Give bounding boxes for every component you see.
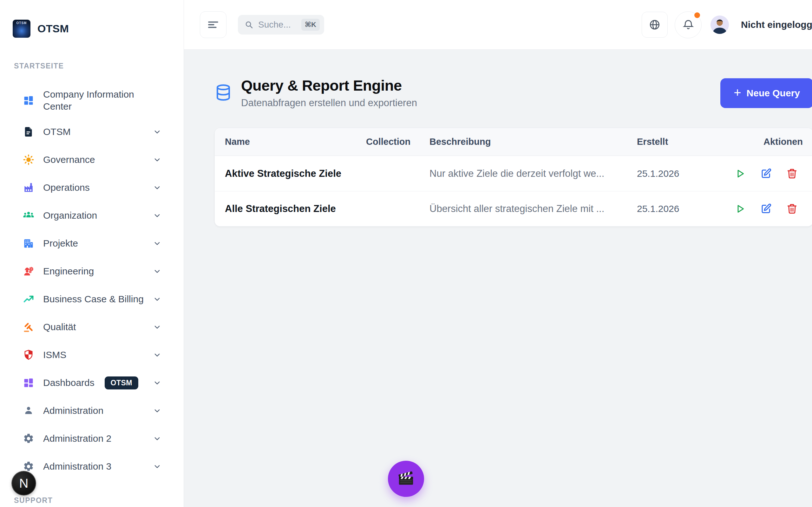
column-header-collection: Collection <box>366 136 429 147</box>
page-subtitle: Datenabfragen erstellen und exportieren <box>241 97 417 109</box>
sidebar-item-label: Business Case & Billing <box>43 293 144 305</box>
chevron-down-icon <box>153 323 161 331</box>
column-header-name: Name <box>225 136 366 147</box>
recorder-fab-button[interactable] <box>388 461 424 497</box>
edit-query-button[interactable] <box>760 203 772 215</box>
queries-table: Name Collection Beschreibung Erstellt Ak… <box>214 128 812 227</box>
engineer-icon <box>23 266 34 277</box>
search-shortcut-kbd: ⌘K <box>301 19 320 31</box>
trash-icon <box>786 203 798 215</box>
chevron-down-icon <box>153 435 161 443</box>
sidebar-toggle-button[interactable] <box>200 11 226 38</box>
building-icon <box>23 238 34 249</box>
sun-icon <box>23 154 34 165</box>
gavel-icon <box>23 321 34 333</box>
delete-query-button[interactable] <box>786 167 798 180</box>
sidebar-item-label: Operations <box>43 181 144 193</box>
play-icon <box>734 168 746 179</box>
chevron-down-icon <box>153 379 161 387</box>
sidebar-item-administration[interactable]: Administration <box>0 397 184 425</box>
content-area: Query & Report Engine Datenabfragen erst… <box>184 50 812 507</box>
sidebar-item-administration-2[interactable]: Administration 2 <box>0 425 184 452</box>
search-icon <box>244 20 254 30</box>
sidebar-item-label: Qualität <box>43 321 144 333</box>
run-query-button[interactable] <box>734 167 746 180</box>
sidebar-section-startseite: STARTSEITE <box>14 62 184 70</box>
sidebar-item-operations[interactable]: Operations <box>0 174 184 202</box>
sidebar-item-business-case-billing[interactable]: Business Case & Billing <box>0 285 184 313</box>
sidebar-item-label: Administration <box>43 405 144 417</box>
nextjs-dev-badge[interactable]: N <box>11 471 36 496</box>
sidebar-item-governance[interactable]: Governance <box>0 146 184 174</box>
user-avatar[interactable] <box>711 15 729 34</box>
topbar-actions: Nicht eingeloggt <box>642 11 812 38</box>
otsm-logo-icon: OTSM <box>13 20 31 38</box>
new-query-button[interactable]: + Neue Query <box>720 78 812 108</box>
play-icon <box>734 203 746 215</box>
chevron-down-icon <box>153 183 161 192</box>
new-query-label: Neue Query <box>747 88 800 99</box>
sidebar-item-projekte[interactable]: Projekte <box>0 229 184 257</box>
bell-icon <box>682 19 694 31</box>
user-name: Nicht eingeloggt <box>741 19 812 30</box>
database-icon <box>214 83 232 103</box>
language-button[interactable] <box>642 12 668 38</box>
gear-icon <box>23 433 34 444</box>
sidebar-item-otsm[interactable]: OTSM <box>0 118 184 146</box>
sidebar-item-label: Organization <box>43 210 144 222</box>
sidebar-item-label: Engineering <box>43 265 144 277</box>
column-header-beschreibung: Beschreibung <box>429 136 637 147</box>
people-group-icon <box>23 210 34 221</box>
sidebar-item-isms[interactable]: ISMS <box>0 341 184 369</box>
notification-dot <box>694 12 700 18</box>
table-row: Alle Strategischen Ziele Übersicht aller… <box>215 191 812 226</box>
document-icon <box>23 126 34 137</box>
gear-icon <box>23 461 34 472</box>
sidebar-item-organization[interactable]: Organization <box>0 202 184 229</box>
factory-icon <box>23 182 34 193</box>
chevron-down-icon <box>153 128 161 136</box>
sidebar-item-label: Administration 2 <box>43 433 144 445</box>
sidebar: OTSM OTSM STARTSEITE Company Information… <box>0 0 184 507</box>
chevron-down-icon <box>153 462 161 471</box>
sidebar-item-label: ISMS <box>43 349 144 361</box>
globe-icon <box>649 19 661 31</box>
grid-purple-icon <box>23 377 34 389</box>
app-window: OTSM OTSM STARTSEITE Company Information… <box>0 0 812 507</box>
search-placeholder: Suche... <box>258 20 297 30</box>
chevron-down-icon <box>153 351 161 359</box>
chevron-down-icon <box>153 267 161 276</box>
sidebar-section-support: SUPPORT <box>14 496 184 505</box>
row-actions <box>734 203 803 215</box>
sidebar-item-qualitaet[interactable]: Qualität <box>0 313 184 341</box>
menu-icon <box>206 18 220 32</box>
user-menu[interactable]: Nicht eingeloggt <box>741 19 812 30</box>
sidebar-item-company-information-center[interactable]: Company Information Center <box>0 83 184 118</box>
sidebar-item-label: Governance <box>43 154 144 166</box>
edit-query-button[interactable] <box>760 167 772 180</box>
row-actions <box>734 167 803 180</box>
table-row: Aktive Strategische Ziele Nur aktive Zie… <box>215 156 812 191</box>
sidebar-item-label: Dashboards <box>43 377 96 389</box>
edit-icon <box>760 203 772 215</box>
otsm-badge: OTSM <box>105 377 138 389</box>
query-name: Alle Strategischen Ziele <box>225 203 366 215</box>
search-input[interactable]: Suche... ⌘K <box>238 15 324 35</box>
notifications-button[interactable] <box>675 11 702 38</box>
chevron-down-icon <box>153 239 161 248</box>
run-query-button[interactable] <box>734 203 746 215</box>
query-name: Aktive Strategische Ziele <box>225 168 366 179</box>
column-header-erstellt: Erstellt <box>637 136 734 147</box>
sidebar-item-label: Administration 3 <box>43 460 144 472</box>
query-created: 25.1.2026 <box>637 204 734 214</box>
sidebar-item-label: Projekte <box>43 237 144 249</box>
trash-icon <box>786 168 798 179</box>
delete-query-button[interactable] <box>786 203 798 215</box>
brand-logo[interactable]: OTSM OTSM <box>13 20 184 38</box>
chevron-down-icon <box>153 156 161 164</box>
grid-blue-icon <box>23 95 34 106</box>
sidebar-item-dashboards[interactable]: Dashboards OTSM <box>0 369 184 397</box>
query-description: Übersicht aller strategischen Ziele mit … <box>429 203 637 215</box>
sidebar-item-engineering[interactable]: Engineering <box>0 257 184 285</box>
sidebar-nav: Company Information Center OTSM Governan… <box>0 83 184 481</box>
